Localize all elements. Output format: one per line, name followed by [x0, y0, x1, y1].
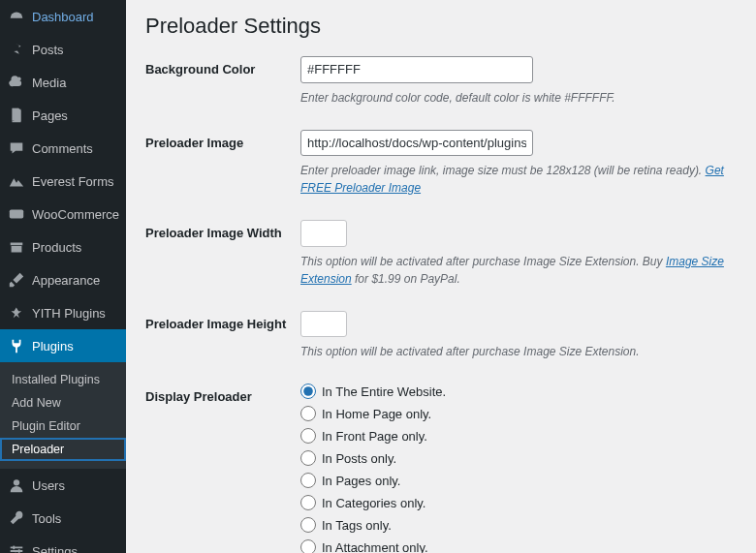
sidebar-item-settings[interactable]: Settings [0, 535, 126, 553]
admin-sidebar: DashboardPostsMediaPagesCommentsEverest … [0, 0, 126, 553]
sidebar-item-dashboard[interactable]: Dashboard [0, 0, 126, 33]
sidebar-item-plugins[interactable]: Plugins [0, 329, 126, 362]
svg-rect-3 [14, 109, 20, 122]
sidebar-item-posts[interactable]: Posts [0, 33, 126, 66]
sidebar-item-label: Settings [32, 544, 78, 554]
display-radio-3[interactable] [300, 450, 316, 466]
main-content: Preloader Settings Background Color Ente… [126, 0, 756, 553]
submenu-item-preloader[interactable]: Preloader [0, 438, 126, 461]
bg-color-input[interactable] [300, 56, 533, 83]
svg-point-5 [14, 479, 19, 485]
display-option-label: In Front Page only. [322, 429, 427, 444]
user-icon [7, 476, 26, 495]
img-width-label: Preloader Image Width [145, 220, 300, 240]
svg-rect-6 [13, 546, 15, 550]
svg-point-1 [17, 77, 21, 80]
img-width-hint: This option will be activated after purc… [300, 253, 737, 288]
display-radio-7[interactable] [300, 539, 316, 553]
bg-color-label: Background Color [145, 56, 300, 77]
plug-icon [7, 336, 26, 355]
display-preloader-label: Display Preloader [145, 384, 300, 404]
display-option-label: In Categories only. [322, 496, 425, 510]
sidebar-item-woocommerce[interactable]: WooCommerce [0, 198, 126, 230]
img-height-hint: This option will be activated after purc… [300, 343, 737, 360]
display-option-label: In Pages only. [322, 474, 400, 488]
display-option-1[interactable]: In Home Page only. [300, 406, 737, 421]
sidebar-item-media[interactable]: Media [0, 66, 126, 99]
sidebar-item-label: Comments [32, 141, 93, 156]
display-radio-4[interactable] [300, 473, 316, 488]
media-icon [7, 73, 26, 92]
sidebar-item-label: Products [32, 240, 81, 255]
display-option-5[interactable]: In Categories only. [300, 495, 737, 510]
comment-icon [7, 138, 26, 158]
submenu-item-installed-plugins[interactable]: Installed Plugins [0, 368, 126, 391]
sidebar-item-label: Posts [32, 43, 64, 57]
sidebar-item-label: Everest Forms [32, 174, 114, 189]
svg-rect-7 [18, 549, 20, 553]
sidebar-item-label: YITH Plugins [32, 306, 106, 321]
sliders-icon [7, 541, 26, 553]
display-option-6[interactable]: In Tags only. [300, 517, 737, 533]
bg-color-hint: Enter background color code, default col… [300, 89, 737, 107]
sidebar-item-appearance[interactable]: Appearance [0, 263, 126, 296]
sidebar-item-pages[interactable]: Pages [0, 99, 126, 132]
display-option-label: In Tags only. [322, 518, 392, 533]
img-height-input [300, 311, 347, 338]
svg-rect-4 [10, 210, 23, 219]
display-radio-6[interactable] [300, 517, 316, 533]
preloader-image-input[interactable] [300, 130, 533, 157]
display-option-label: In Home Page only. [322, 407, 431, 421]
display-option-label: In Attachment only. [322, 540, 428, 554]
sidebar-item-label: Media [32, 76, 66, 90]
sidebar-item-label: Users [32, 478, 65, 493]
page-title: Preloader Settings [145, 14, 737, 39]
display-option-label: In The Entire Website. [322, 384, 446, 399]
preloader-image-hint: Enter preloader image link, image size m… [300, 162, 737, 197]
display-radio-2[interactable] [300, 428, 316, 444]
display-option-label: In Posts only. [322, 451, 396, 466]
display-radio-1[interactable] [300, 406, 316, 421]
wrench-icon [7, 508, 26, 528]
sidebar-item-users[interactable]: Users [0, 469, 126, 502]
sidebar-item-label: Tools [32, 511, 61, 526]
display-radio-5[interactable] [300, 495, 316, 510]
display-option-3[interactable]: In Posts only. [300, 450, 737, 466]
brush-icon [7, 270, 26, 290]
sidebar-item-comments[interactable]: Comments [0, 132, 126, 165]
woo-icon [7, 204, 26, 224]
display-option-4[interactable]: In Pages only. [300, 473, 737, 488]
sidebar-item-everest-forms[interactable]: Everest Forms [0, 165, 126, 198]
img-width-input [300, 220, 347, 247]
display-option-7[interactable]: In Attachment only. [300, 539, 737, 553]
display-radio-0[interactable] [300, 384, 316, 399]
sidebar-item-label: Appearance [32, 273, 100, 288]
pin-icon [7, 40, 26, 59]
display-option-2[interactable]: In Front Page only. [300, 428, 737, 444]
preloader-image-label: Preloader Image [145, 130, 300, 150]
img-height-label: Preloader Image Height [145, 311, 300, 331]
sidebar-item-yith-plugins[interactable]: YITH Plugins [0, 296, 126, 329]
sidebar-item-label: Pages [32, 108, 68, 123]
sidebar-item-label: WooCommerce [32, 207, 119, 222]
yith-icon [7, 303, 26, 323]
mountain-icon [7, 171, 26, 191]
display-option-0[interactable]: In The Entire Website. [300, 384, 737, 399]
sidebar-item-label: Dashboard [32, 10, 94, 24]
sidebar-item-products[interactable]: Products [0, 230, 126, 263]
page-icon [7, 106, 26, 125]
sidebar-item-tools[interactable]: Tools [0, 502, 126, 535]
dashboard-icon [7, 7, 26, 26]
submenu-item-add-new[interactable]: Add New [0, 391, 126, 415]
submenu-item-plugin-editor[interactable]: Plugin Editor [0, 415, 126, 438]
sidebar-item-label: Plugins [32, 339, 74, 353]
archive-icon [7, 237, 26, 257]
